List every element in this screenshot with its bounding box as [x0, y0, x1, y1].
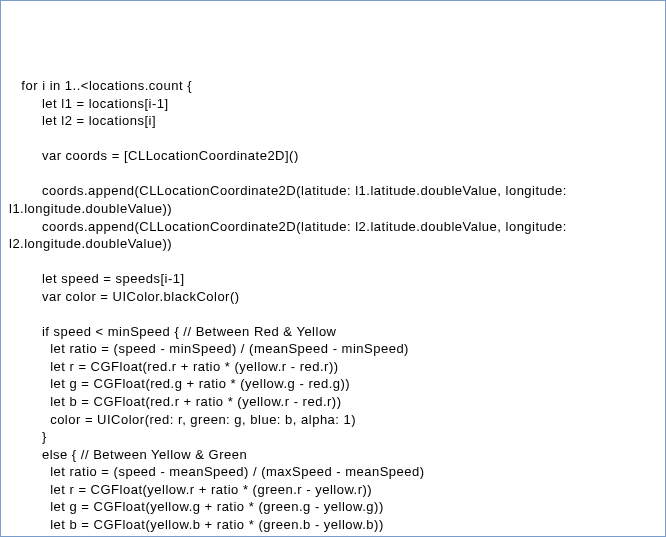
code-block: for i in 1..<locations.count { let l1 = …	[9, 77, 657, 537]
code-line-2: let l1 = locations[i-1]	[9, 96, 169, 111]
code-line-1: for i in 1..<locations.count {	[9, 78, 192, 93]
code-line-11: var color = UIColor.blackColor()	[9, 289, 240, 304]
code-line-3: let l2 = locations[i]	[9, 113, 156, 128]
code-line-20: else { // Between Yellow & Green	[9, 447, 247, 462]
code-line-24: let b = CGFloat(yellow.b + ratio * (gree…	[9, 517, 384, 532]
code-line-7: coords.append(CLLocationCoordinate2D(lat…	[9, 183, 571, 216]
code-line-17: let b = CGFloat(red.r + ratio * (yellow.…	[9, 394, 341, 409]
code-line-21: let ratio = (speed - meanSpeed) / (maxSp…	[9, 464, 425, 479]
code-line-23: let g = CGFloat(yellow.g + ratio * (gree…	[9, 499, 384, 514]
code-line-19: }	[9, 429, 47, 444]
code-line-14: let ratio = (speed - minSpeed) / (meanSp…	[9, 341, 409, 356]
code-line-16: let g = CGFloat(red.g + ratio * (yellow.…	[9, 376, 350, 391]
code-line-5: var coords = [CLLocationCoordinate2D]()	[9, 148, 299, 163]
code-line-8: coords.append(CLLocationCoordinate2D(lat…	[9, 219, 571, 252]
code-line-13: if speed < minSpeed { // Between Red & Y…	[9, 324, 337, 339]
code-line-22: let r = CGFloat(yellow.r + ratio * (gree…	[9, 482, 372, 497]
code-line-18: color = UIColor(red: r, green: g, blue: …	[9, 412, 356, 427]
code-line-15: let r = CGFloat(red.r + ratio * (yellow.…	[9, 359, 339, 374]
code-line-10: let speed = speeds[i-1]	[9, 271, 185, 286]
